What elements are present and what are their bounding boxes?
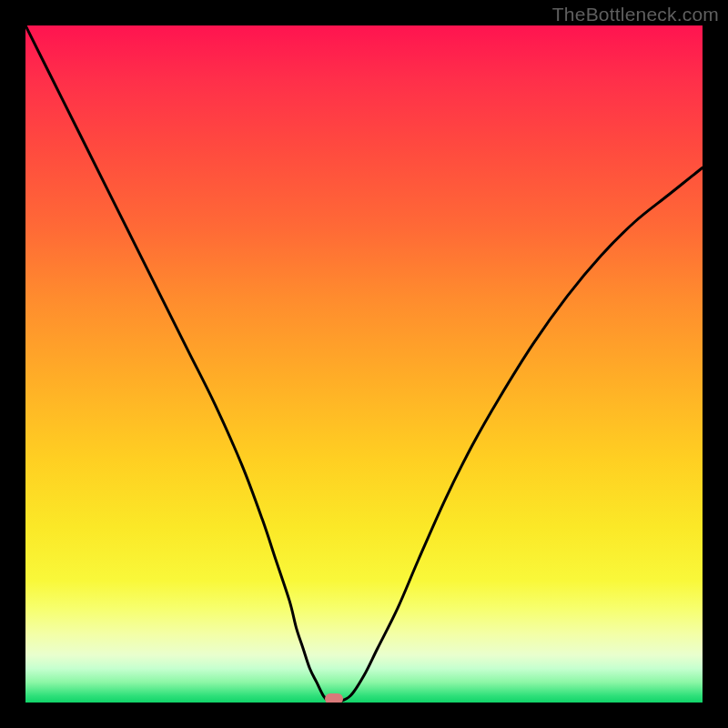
watermark-text: TheBottleneck.com: [552, 4, 719, 25]
plot-area: [25, 25, 703, 703]
optimum-marker: [325, 693, 343, 703]
chart-frame: TheBottleneck.com: [0, 0, 728, 728]
bottleneck-curve: [25, 25, 703, 703]
